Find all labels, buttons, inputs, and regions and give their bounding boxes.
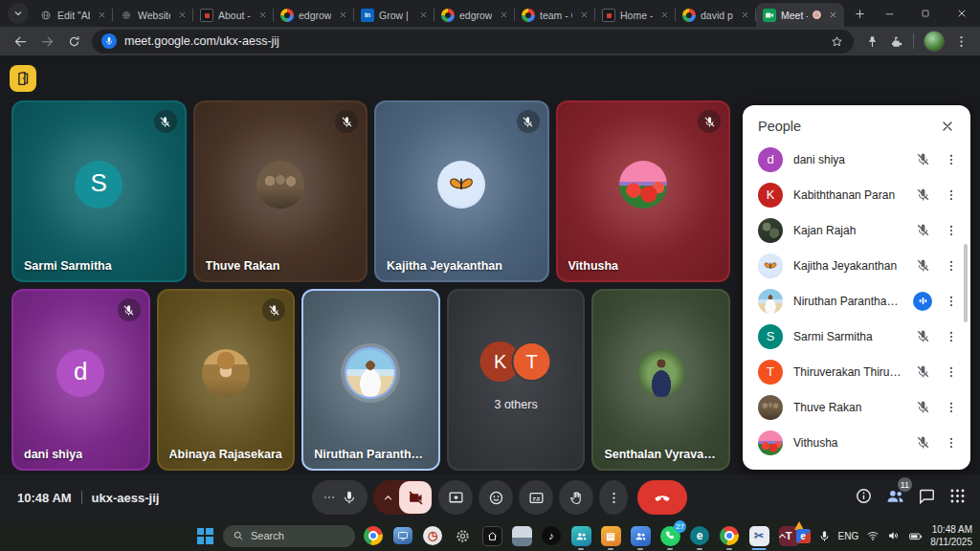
participant-muted-icon[interactable] xyxy=(912,223,933,237)
tab-close-icon[interactable] xyxy=(336,9,349,22)
video-tile-dani[interactable]: d dani shiya xyxy=(11,289,150,471)
participant-row[interactable]: K Kabiththanan Paran xyxy=(743,177,970,212)
participant-muted-icon[interactable] xyxy=(912,435,933,450)
participant-row-speaking[interactable]: Niruthan Paranthaman xyxy=(743,283,970,319)
participant-menu-icon[interactable] xyxy=(944,259,959,273)
tab-search-button[interactable] xyxy=(8,3,29,24)
taskbar-pc-app-icon[interactable] xyxy=(391,524,414,547)
speaking-indicator-icon[interactable] xyxy=(913,292,932,311)
tab-close-icon[interactable] xyxy=(657,9,671,22)
browser-tab[interactable]: About - Ed xyxy=(193,3,274,27)
new-tab-button[interactable] xyxy=(848,2,871,25)
participant-muted-icon[interactable] xyxy=(912,329,933,343)
taskbar-contacts-app-icon[interactable] xyxy=(569,524,592,547)
tray-eset-icon[interactable]: e xyxy=(796,529,811,543)
participant-row[interactable]: d dani shiya xyxy=(743,142,970,177)
tab-close-icon[interactable] xyxy=(416,9,430,22)
taskbar-clock-app-icon[interactable]: ◷ xyxy=(421,524,444,547)
browser-tab[interactable]: in Grow | Link xyxy=(354,3,434,27)
browser-tab-active-meet[interactable]: Meet - xyxy=(756,3,844,27)
door-icon[interactable] xyxy=(10,65,36,92)
participant-muted-icon[interactable] xyxy=(912,400,933,414)
tab-close-icon[interactable] xyxy=(577,9,590,22)
participant-menu-icon[interactable] xyxy=(944,295,959,308)
participant-menu-icon[interactable] xyxy=(944,436,959,450)
participant-menu-icon[interactable] xyxy=(944,401,959,414)
tab-close-icon[interactable] xyxy=(826,9,839,22)
taskbar-snipping-tool-icon[interactable]: ✂ xyxy=(747,524,770,547)
tab-close-icon[interactable] xyxy=(256,9,269,22)
reactions-button[interactable] xyxy=(479,480,513,515)
participant-muted-icon[interactable] xyxy=(912,364,933,379)
taskbar-search[interactable]: Search xyxy=(223,525,355,547)
taskbar-community-app-icon[interactable] xyxy=(629,524,652,547)
tab-mic-in-use-icon[interactable] xyxy=(101,33,117,49)
participant-row[interactable]: S Sarmi Sarmitha xyxy=(743,319,970,354)
video-tile-thuve[interactable]: Thuve Rakan xyxy=(193,100,368,282)
tab-close-icon[interactable] xyxy=(95,9,108,22)
camera-off-button[interactable] xyxy=(399,481,432,514)
tray-battery-icon[interactable] xyxy=(908,529,923,543)
tray-expand-chevron-icon[interactable] xyxy=(776,530,789,542)
end-call-button[interactable] xyxy=(637,480,687,515)
taskbar-chrome-profile-icon[interactable] xyxy=(718,524,741,547)
chrome-menu-kebab-icon[interactable] xyxy=(954,34,969,49)
video-tile-senthalan[interactable]: Senthalan Vyravanath... xyxy=(591,289,730,471)
camera-button-group[interactable] xyxy=(373,480,433,515)
panel-scrollbar[interactable] xyxy=(964,244,968,322)
participant-menu-icon[interactable] xyxy=(944,153,959,166)
taskbar-documents-app-icon[interactable]: ▤ xyxy=(599,524,622,547)
taskbar-photos-icon[interactable] xyxy=(510,524,533,547)
taskbar-eset-icon[interactable]: e xyxy=(688,524,711,547)
tray-volume-icon[interactable] xyxy=(887,529,901,542)
participant-muted-icon[interactable] xyxy=(912,258,933,273)
tray-mic-icon[interactable] xyxy=(818,530,831,542)
video-tile-kajitha[interactable]: Kajitha Jeyakanthan xyxy=(374,100,549,282)
people-button[interactable]: 11 xyxy=(885,486,905,506)
browser-tab[interactable]: Home - Ed xyxy=(595,3,676,27)
reload-button[interactable] xyxy=(61,29,86,54)
url-text[interactable]: meet.google.com/ukx-aess-jij xyxy=(124,34,822,48)
extensions-puzzle-icon[interactable] xyxy=(889,34,903,49)
pin-icon[interactable] xyxy=(865,34,880,49)
participant-row[interactable]: Thuve Rakan xyxy=(743,389,970,425)
tab-close-icon[interactable] xyxy=(175,9,189,22)
browser-tab[interactable]: Edit "Abou xyxy=(33,3,113,27)
tab-close-icon[interactable] xyxy=(497,9,510,22)
participant-menu-icon[interactable] xyxy=(944,224,959,237)
address-bar[interactable]: meet.google.com/ukx-aess-jij xyxy=(92,30,854,54)
window-minimize-button[interactable] xyxy=(871,0,907,27)
profile-avatar[interactable] xyxy=(924,31,945,52)
microphone-button[interactable] xyxy=(312,480,368,515)
taskbar-tiktok-icon[interactable]: ♪ xyxy=(540,524,563,547)
browser-tab[interactable]: team - Go xyxy=(515,3,595,27)
camera-options-chevron-up-icon[interactable] xyxy=(382,480,394,515)
participant-muted-icon[interactable] xyxy=(912,187,933,202)
forward-button[interactable] xyxy=(34,29,59,54)
taskbar-whatsapp-icon[interactable]: 27 xyxy=(658,524,681,547)
participant-muted-icon[interactable] xyxy=(912,152,933,166)
back-button[interactable] xyxy=(8,29,33,54)
participant-row[interactable]: Kajan Rajah xyxy=(743,212,970,248)
taskbar-chrome-icon[interactable] xyxy=(362,524,385,547)
participant-row[interactable]: Kajitha Jeyakanthan xyxy=(743,248,970,283)
participant-menu-icon[interactable] xyxy=(944,330,959,343)
bookmark-star-icon[interactable] xyxy=(830,34,844,49)
captions-button[interactable] xyxy=(519,480,553,515)
tray-language[interactable]: ENG xyxy=(838,531,859,541)
meeting-details-button[interactable] xyxy=(855,487,873,505)
tab-close-icon[interactable] xyxy=(738,9,751,22)
taskbar-home-app-icon[interactable] xyxy=(480,524,503,547)
activities-button[interactable] xyxy=(948,487,967,505)
taskbar-settings-icon[interactable] xyxy=(451,524,474,547)
others-tile[interactable]: K T 3 others xyxy=(447,289,586,471)
tray-clock[interactable]: 10:48 AM 8/11/2025 xyxy=(930,523,972,548)
participant-menu-icon[interactable] xyxy=(944,365,959,379)
video-tile-niruthan-speaking[interactable]: Niruthan Paranthaman xyxy=(301,289,440,471)
tray-wifi-icon[interactable] xyxy=(866,529,880,542)
browser-tab[interactable]: edgrow - C xyxy=(434,3,515,27)
more-options-button[interactable] xyxy=(599,480,628,515)
browser-tab[interactable]: edgrow - C xyxy=(274,3,354,27)
video-tile-vithusha[interactable]: Vithusha xyxy=(556,100,731,282)
raise-hand-button[interactable] xyxy=(559,480,593,515)
